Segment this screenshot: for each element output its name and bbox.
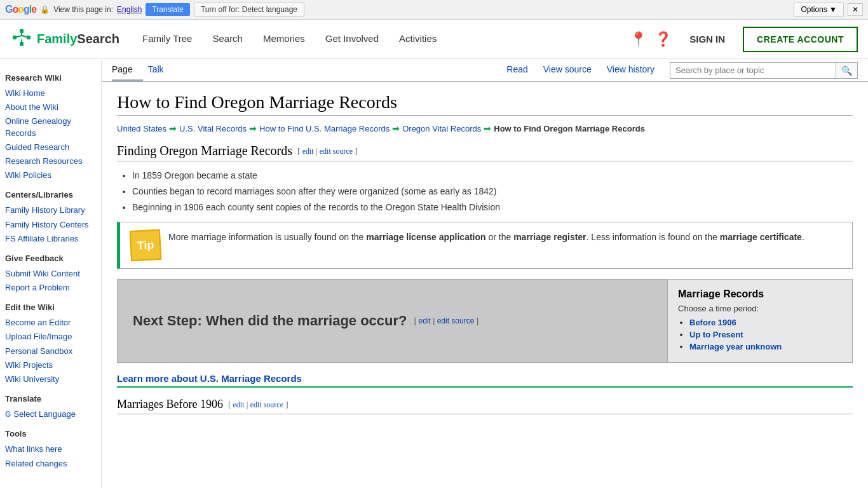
- finding-heading-text: Finding Oregon Marriage Records: [117, 144, 292, 158]
- nav-family-tree[interactable]: Family Tree: [132, 20, 202, 59]
- up-to-present-link[interactable]: Up to Present: [689, 330, 743, 339]
- sidebar-item-report-problem[interactable]: Report a Problem: [5, 281, 96, 295]
- tip-icon: Tip: [130, 229, 161, 261]
- nav-memories[interactable]: Memories: [253, 20, 315, 59]
- sidebar-item-wiki-university[interactable]: Wiki University: [5, 372, 96, 386]
- list-item: Before 1906: [689, 317, 842, 327]
- tab-read[interactable]: Read: [499, 59, 535, 81]
- sidebar-item-guided-research[interactable]: Guided Research: [5, 140, 96, 154]
- logo[interactable]: FamilySearch: [10, 28, 119, 51]
- nav-links: Family Tree Search Memories Get Involved…: [132, 20, 630, 59]
- google-logo: Google: [5, 4, 36, 15]
- list-item: Beginning in 1906 each county sent copie…: [132, 201, 853, 214]
- language-link[interactable]: English: [117, 5, 142, 14]
- sidebar-section-translate: Translate: [5, 394, 96, 403]
- nav-right: 📍 ❓ SIGN IN CREATE ACCOUNT: [630, 27, 858, 52]
- finding-edit-source-link[interactable]: edit source: [320, 147, 353, 156]
- sidebar-item-wiki-policies[interactable]: Wiki Policies: [5, 168, 96, 182]
- next-step-edit: [ edit | edit source ]: [412, 316, 479, 325]
- google-g-icon: G: [5, 410, 11, 419]
- sidebar-item-submit-wiki[interactable]: Submit Wiki Content: [5, 267, 96, 281]
- next-step-edit-link[interactable]: edit: [419, 316, 431, 325]
- marriages-before-edit-source-link[interactable]: edit source: [250, 400, 283, 409]
- sidebar-item-research-resources[interactable]: Research Resources: [5, 154, 96, 168]
- learn-more: Learn more about U.S. Marriage Records: [117, 373, 853, 388]
- create-account-button[interactable]: CREATE ACCOUNT: [743, 27, 858, 52]
- logo-text: FamilySearch: [37, 32, 119, 46]
- next-step-edit-source-link[interactable]: edit source: [437, 316, 475, 325]
- sidebar-item-family-history-library[interactable]: Family History Library: [5, 203, 96, 217]
- breadcrumb-us-marriage-records[interactable]: How to Find U.S. Marriage Records: [259, 124, 390, 133]
- before-1906-link[interactable]: Before 1906: [689, 318, 736, 327]
- tab-actions: Read View source View history 🔍: [499, 59, 858, 81]
- sidebar-item-personal-sandbox[interactable]: Personal Sandbox: [5, 344, 96, 358]
- tab-view-source[interactable]: View source: [536, 59, 599, 81]
- breadcrumb-arrow-4: ➡: [484, 123, 491, 133]
- search-button[interactable]: 🔍: [836, 63, 857, 78]
- marriages-before-edit: [ edit | edit source ]: [228, 400, 288, 410]
- finding-list: In 1859 Oregon became a state Counties b…: [132, 169, 853, 214]
- article-title: How to Find Oregon Marriage Records: [117, 92, 853, 116]
- breadcrumb-arrow-2: ➡: [249, 123, 257, 133]
- lock-icon: 🔒: [40, 5, 50, 14]
- marriage-records-box: Marriage Records Choose a time period: B…: [668, 280, 852, 362]
- sidebar-section-research-wiki: Research Wiki: [5, 73, 96, 83]
- turnoff-button[interactable]: Turn off for: Detect language: [194, 3, 304, 17]
- sidebar-item-related-changes[interactable]: Related changes: [5, 457, 96, 471]
- tab-page[interactable]: Page: [112, 59, 143, 81]
- tip-text: More marriage information is usually fou…: [168, 230, 804, 244]
- breadcrumb-united-states[interactable]: United States: [117, 124, 166, 133]
- location-icon[interactable]: 📍: [630, 31, 647, 48]
- breadcrumb-oregon-vital-records[interactable]: Oregon Vital Records: [402, 124, 481, 133]
- google-translate-bar: Google 🔒 View this page in: English Tran…: [0, 0, 868, 20]
- breadcrumb-current: How to Find Oregon Marriage Records: [494, 124, 645, 133]
- list-item: Counties began to record marriages soon …: [132, 185, 853, 198]
- sidebar-item-family-history-centers[interactable]: Family History Centers: [5, 218, 96, 232]
- search-input[interactable]: [670, 63, 836, 78]
- translate-button[interactable]: Translate: [146, 3, 190, 16]
- marriage-records-title: Marriage Records: [678, 288, 842, 300]
- main-nav: FamilySearch Family Tree Search Memories…: [0, 20, 868, 59]
- marriage-records-links: Before 1906 Up to Present Marriage year …: [689, 317, 842, 351]
- marriage-records-subtitle: Choose a time period:: [678, 304, 842, 313]
- marriage-year-unknown-link[interactable]: Marriage year unknown: [689, 342, 782, 351]
- logo-icon: [10, 28, 33, 51]
- svg-rect-3: [20, 42, 24, 46]
- info-boxes: Next Step: When did the marriage occur? …: [117, 279, 853, 363]
- marriages-before-edit-link[interactable]: edit: [233, 400, 245, 409]
- finding-edit-link[interactable]: edit: [302, 147, 314, 156]
- help-icon[interactable]: ❓: [654, 31, 672, 48]
- nav-get-involved[interactable]: Get Involved: [315, 20, 389, 59]
- list-item: Up to Present: [689, 329, 842, 339]
- sign-in-button[interactable]: SIGN IN: [679, 29, 735, 50]
- learn-more-link[interactable]: Learn more about U.S. Marriage Records: [117, 373, 302, 384]
- sidebar-item-wiki-projects[interactable]: Wiki Projects: [5, 358, 96, 372]
- tab-view-history[interactable]: View history: [599, 59, 662, 81]
- sidebar-item-what-links[interactable]: What links here: [5, 442, 96, 456]
- sidebar-item-about-wiki[interactable]: About the Wiki: [5, 100, 96, 114]
- nav-activities[interactable]: Activities: [389, 20, 447, 59]
- options-button[interactable]: Options ▼: [794, 3, 844, 17]
- sidebar-item-select-language[interactable]: Select Language: [13, 407, 76, 421]
- list-item: Marriage year unknown: [689, 341, 842, 351]
- sidebar-item-upload-file[interactable]: Upload File/Image: [5, 330, 96, 344]
- nav-search[interactable]: Search: [202, 20, 253, 59]
- sidebar-item-wiki-home[interactable]: Wiki Home: [5, 86, 96, 100]
- sidebar-section-tools: Tools: [5, 429, 96, 438]
- breadcrumb-us-vital-records[interactable]: U.S. Vital Records: [179, 124, 247, 133]
- sidebar-item-become-editor[interactable]: Become an Editor: [5, 316, 96, 330]
- sidebar-section-feedback: Give Feedback: [5, 254, 96, 263]
- tab-bar: Page Talk Read View source View history …: [102, 59, 868, 82]
- sidebar-item-online-genealogy[interactable]: Online Genealogy Records: [5, 114, 96, 140]
- layout: Research Wiki Wiki Home About the Wiki O…: [0, 59, 868, 488]
- next-step-text: Next Step: When did the marriage occur?: [133, 313, 407, 329]
- marriages-before-heading: Marriages Before 1906 [ edit | edit sour…: [117, 398, 853, 414]
- article: How to Find Oregon Marriage Records Unit…: [102, 82, 868, 424]
- tab-talk[interactable]: Talk: [148, 59, 174, 81]
- breadcrumb: United States ➡ U.S. Vital Records ➡ How…: [117, 123, 853, 133]
- finding-edit-links: [ edit | edit source ]: [297, 146, 358, 156]
- breadcrumb-arrow-1: ➡: [169, 123, 177, 133]
- sidebar-item-fs-affiliate[interactable]: FS Affiliate Libraries: [5, 232, 96, 246]
- tip-box: Tip More marriage information is usually…: [117, 222, 853, 269]
- close-button[interactable]: ✕: [848, 3, 863, 16]
